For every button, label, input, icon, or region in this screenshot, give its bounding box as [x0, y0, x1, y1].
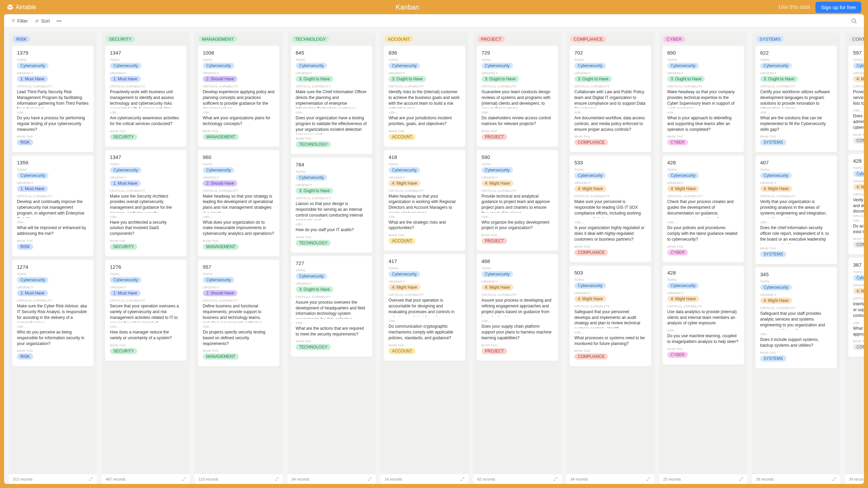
- brand[interactable]: Airtable: [7, 4, 36, 11]
- urgency-pill: 4: Might Have: [574, 296, 606, 302]
- urgency-pill: 2: Should Have: [203, 290, 237, 296]
- card[interactable]: 690TOPICCybersecurityURGENCY3: Ought to …: [663, 46, 744, 152]
- ask-text: What does your organization do to make m…: [203, 220, 275, 237]
- use-this-data-link[interactable]: Use this data: [778, 4, 810, 10]
- label-urgency: URGENCY: [481, 176, 553, 179]
- ask-text: Do your policies and procedures comply w…: [667, 225, 739, 242]
- maintag-pill: SYSTEMS: [760, 355, 786, 362]
- card[interactable]: 622TOPICCybersecurityURGENCY3: Ought to …: [755, 46, 837, 152]
- urgency-pill: 4: Might Have: [760, 298, 792, 304]
- label-capability: CRITICAL CAPABILITY: [296, 295, 368, 299]
- urgency-pill: 4: Might Have: [389, 180, 420, 186]
- expand-icon[interactable]: [739, 477, 743, 481]
- label-capability: CRITICAL CAPABILITY: [667, 195, 739, 198]
- label-capability: CRITICAL CAPABILITY: [296, 197, 368, 200]
- column-tag[interactable]: COMPLIANCE: [570, 36, 606, 42]
- expand-icon[interactable]: [89, 477, 93, 481]
- card[interactable]: 845TOPICCybersecurityURGENCY3: Ought to …: [291, 46, 372, 154]
- ask-text: Do access control procedures policies ex…: [853, 223, 864, 235]
- card[interactable]: 1347TOPICCybersecurityURGENCY1: Must Hav…: [105, 150, 186, 257]
- capability-text: Develop experience applying policy and p…: [203, 89, 275, 108]
- label-capability: CRITICAL CAPABILITY: [760, 85, 832, 88]
- card[interactable]: 428TOPICCybersecurityURGENCY4: Might Hav…: [663, 156, 744, 262]
- expand-icon[interactable]: [275, 477, 279, 481]
- label-ask: ASK...: [296, 111, 368, 114]
- label-capability: CRITICAL CAPABILITY: [203, 189, 275, 192]
- expand-icon[interactable]: [553, 477, 557, 481]
- card[interactable]: 1379TOPICCybersecurityURGENCY1: Must Hav…: [12, 46, 94, 152]
- expand-icon[interactable]: [832, 477, 836, 481]
- column-footer: 467 records: [102, 474, 190, 484]
- column-tag[interactable]: CONTROL: [849, 36, 864, 42]
- label-capability: CRITICAL CAPABILITY: [853, 193, 864, 196]
- column-tag[interactable]: SECURITY: [106, 36, 135, 42]
- column-tag[interactable]: CYBER: [663, 36, 685, 42]
- capability-text: Use data analytics to provide (internal)…: [667, 309, 739, 326]
- column-tag[interactable]: ACCOUNT: [384, 36, 413, 42]
- card[interactable]: 418TOPICCybersecurityURGENCY4: Might Hav…: [384, 150, 465, 251]
- maintag-pill: MANAGEMENT: [203, 244, 239, 250]
- card[interactable]: 960TOPICCybersecurityURGENCY2: Should Ha…: [198, 150, 279, 257]
- card[interactable]: 1276TOPICCybersecurityURGENCY1: Must Hav…: [105, 260, 186, 361]
- card[interactable]: 417TOPICCybersecurityURGENCY4: Might Hav…: [384, 254, 465, 361]
- card[interactable]: 729TOPICCybersecurityURGENCY3: Ought to …: [477, 46, 558, 147]
- maintag-pill: COMPLIANCE: [574, 249, 608, 256]
- card[interactable]: 836TOPICCybersecurityURGENCY3: Ought to …: [384, 46, 465, 147]
- maintag-pill: CYBER: [667, 352, 688, 358]
- expand-icon[interactable]: [646, 477, 650, 481]
- topic-pill: Cybersecurity: [296, 175, 327, 181]
- card[interactable]: 428TOPICCybersecurityURGENCY4: Might Hav…: [848, 154, 864, 255]
- column-footer: 24 records: [845, 474, 864, 484]
- card[interactable]: 387TOPICCybersecurityURGENCY4: Might Hav…: [848, 258, 864, 357]
- expand-icon[interactable]: [182, 477, 186, 481]
- label-urgency: URGENCY: [17, 72, 89, 75]
- expand-icon[interactable]: [460, 477, 465, 481]
- label-maintag: MAIN TAG: [389, 129, 460, 133]
- label-capability: CRITICAL CAPABILITY: [203, 299, 275, 302]
- card[interactable]: 1359TOPICCybersecurityURGENCY1: Must Hav…: [12, 156, 94, 257]
- urgency-pill: 3: Ought to Have: [760, 76, 798, 82]
- label-maintag: MAIN TAG: [481, 129, 553, 133]
- kanban-column: MANAGEMENT1008TOPICCybersecurityURGENCY2…: [195, 33, 283, 484]
- capability-text: Assure your process is developing and re…: [481, 298, 553, 317]
- card[interactable]: 407TOPICCybersecurityURGENCY4: Might Hav…: [755, 156, 837, 264]
- card[interactable]: 957TOPICCybersecurityURGENCY2: Should Ha…: [198, 260, 279, 366]
- capability-text: Make sure the Security Architect provide…: [110, 194, 182, 212]
- column-tag[interactable]: PROJECT: [477, 36, 505, 42]
- card[interactable]: 590TOPICCybersecurityURGENCY4: Might Hav…: [477, 150, 558, 251]
- filter-button[interactable]: Filter: [11, 18, 28, 24]
- card[interactable]: 1347TOPICCybersecurityURGENCY1: Must Hav…: [105, 46, 186, 147]
- card[interactable]: 1008TOPICCybersecurityURGENCY2: Should H…: [198, 46, 279, 147]
- label-ask: ASK...: [389, 215, 460, 219]
- svg-point-0: [852, 19, 855, 22]
- topic-pill: Cybersecurity: [110, 277, 141, 283]
- card[interactable]: 727TOPICCybersecurityURGENCY3: Ought to …: [291, 256, 372, 357]
- label-maintag: MAIN TAG: [296, 137, 368, 140]
- sort-button[interactable]: Sort: [35, 18, 50, 24]
- topic-pill: Cybersecurity: [389, 271, 420, 277]
- card[interactable]: 533TOPICCybersecurityURGENCY4: Might Hav…: [570, 156, 651, 262]
- card[interactable]: 784TOPICCybersecurityURGENCY3: Ought to …: [291, 158, 372, 253]
- label-urgency: URGENCY: [389, 280, 460, 283]
- column-tag[interactable]: MANAGEMENT: [199, 36, 237, 42]
- column-tag[interactable]: TECHNOLOGY: [292, 36, 329, 42]
- column-tag[interactable]: RISK: [13, 36, 30, 42]
- expand-icon[interactable]: [368, 477, 372, 481]
- card[interactable]: 468TOPICCybersecurityURGENCY4: Might Hav…: [477, 254, 558, 361]
- card[interactable]: 702TOPICCybersecurityURGENCY3: Ought to …: [570, 46, 651, 152]
- card[interactable]: 503TOPICCybersecurityURGENCY4: Might Hav…: [570, 266, 651, 367]
- label-capability: CRITICAL CAPABILITY: [110, 299, 182, 302]
- search-icon[interactable]: [851, 18, 857, 24]
- maintag-pill: CYBER: [667, 249, 688, 256]
- more-button[interactable]: •••: [57, 18, 62, 24]
- maintag-pill: PROJECT: [481, 348, 507, 354]
- card[interactable]: 597TOPICCybersecurityURGENCY4: Might Hav…: [848, 46, 864, 150]
- card[interactable]: 345TOPICCybersecurityURGENCY4: Might Hav…: [755, 267, 837, 368]
- sign-up-button[interactable]: Sign up for free: [815, 2, 861, 13]
- card[interactable]: 1274TOPICCybersecurityURGENCY1: Must Hav…: [12, 260, 94, 366]
- card[interactable]: 428TOPICCybersecurityURGENCY4: Might Hav…: [663, 266, 744, 365]
- column-tag[interactable]: SYSTEMS: [756, 36, 784, 42]
- label-maintag: MAIN TAG: [110, 129, 182, 133]
- urgency-pill: 2: Should Have: [203, 180, 237, 186]
- label-urgency: URGENCY: [17, 181, 89, 185]
